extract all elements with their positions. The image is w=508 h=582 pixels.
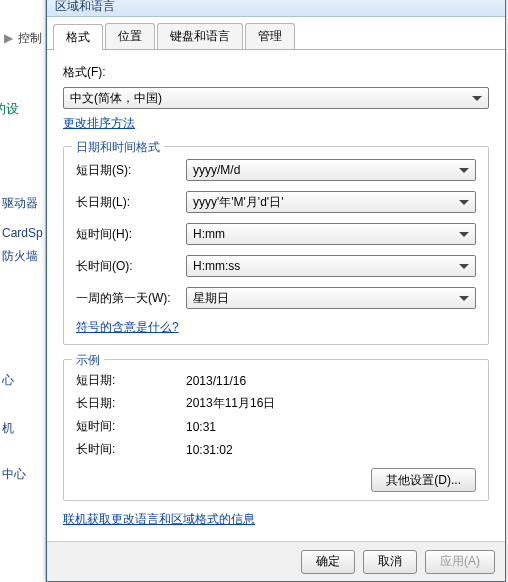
- long-date-value: yyyy'年'M'月'd'日': [193, 194, 283, 211]
- short-time-combobox[interactable]: H:mm: [186, 223, 476, 245]
- example-long-date-label: 长日期:: [76, 395, 186, 412]
- long-date-row: 长日期(L): yyyy'年'M'月'd'日': [76, 191, 476, 213]
- example-short-date-row: 短日期: 2013/11/16: [76, 372, 476, 389]
- side-link[interactable]: 中心: [2, 466, 26, 483]
- cancel-button[interactable]: 取消: [363, 550, 417, 574]
- chevron-down-icon: [459, 296, 469, 301]
- short-time-value: H:mm: [193, 227, 225, 241]
- example-short-time-row: 短时间: 10:31: [76, 418, 476, 435]
- short-time-label: 短时间(H):: [76, 226, 186, 243]
- group-title: 日期和时间格式: [72, 139, 164, 156]
- long-time-value: H:mm:ss: [193, 259, 240, 273]
- side-link[interactable]: 机: [2, 420, 14, 437]
- example-long-date-row: 长日期: 2013年11月16日: [76, 395, 476, 412]
- long-time-row: 长时间(O): H:mm:ss: [76, 255, 476, 277]
- long-date-combobox[interactable]: yyyy'年'M'月'd'日': [186, 191, 476, 213]
- other-settings-button[interactable]: 其他设置(D)...: [371, 468, 476, 492]
- chevron-down-icon: [459, 168, 469, 173]
- first-day-value: 星期日: [193, 290, 229, 307]
- short-date-label: 短日期(S):: [76, 162, 186, 179]
- side-link[interactable]: 心: [2, 372, 14, 389]
- example-short-date-label: 短日期:: [76, 372, 186, 389]
- example-long-time-label: 长时间:: [76, 441, 186, 458]
- breadcrumb[interactable]: ▶ 控制: [4, 30, 42, 47]
- example-group: 示例 短日期: 2013/11/16 长日期: 2013年11月16日 短时间:…: [63, 359, 489, 501]
- tabstrip: 格式 位置 键盘和语言 管理: [47, 17, 505, 50]
- tab-pane-format: 格式(F): 中文(简体，中国) 更改排序方法 日期和时间格式 短日期(S): …: [47, 50, 505, 538]
- background-cropped: ▶ 控制 化的设 驱动器 CardSp 防火墙 心 机 中心: [0, 0, 46, 582]
- tab-location[interactable]: 位置: [105, 23, 155, 49]
- online-region-info-link[interactable]: 联机获取更改语言和区域格式的信息: [63, 512, 255, 526]
- dialog-titlebar: 区域和语言: [47, 0, 505, 17]
- short-date-combobox[interactable]: yyyy/M/d: [186, 159, 476, 181]
- chevron-right-icon: ▶: [4, 31, 13, 45]
- chevron-down-icon: [459, 232, 469, 237]
- datetime-format-group: 日期和时间格式 短日期(S): yyyy/M/d 长日期(L): yyyy'年'…: [63, 146, 489, 345]
- format-combobox-value: 中文(简体，中国): [70, 90, 162, 107]
- chevron-down-icon: [459, 264, 469, 269]
- long-time-label: 长时间(O):: [76, 258, 186, 275]
- breadcrumb-item: 控制: [18, 31, 42, 45]
- long-time-combobox[interactable]: H:mm:ss: [186, 255, 476, 277]
- first-day-row: 一周的第一天(W): 星期日: [76, 287, 476, 309]
- dialog-footer: 确定 取消 应用(A): [47, 541, 505, 581]
- apply-button[interactable]: 应用(A): [425, 550, 495, 574]
- short-time-row: 短时间(H): H:mm: [76, 223, 476, 245]
- side-link[interactable]: 防火墙: [2, 248, 38, 265]
- first-day-combobox[interactable]: 星期日: [186, 287, 476, 309]
- long-date-label: 长日期(L):: [76, 194, 186, 211]
- example-long-time-row: 长时间: 10:31:02: [76, 441, 476, 458]
- format-combobox[interactable]: 中文(简体，中国): [63, 87, 489, 109]
- symbol-meaning-link[interactable]: 符号的含意是什么?: [76, 320, 179, 334]
- chevron-down-icon: [472, 96, 482, 101]
- chevron-down-icon: [459, 200, 469, 205]
- tab-format[interactable]: 格式: [53, 24, 103, 50]
- example-short-time-value: 10:31: [186, 420, 476, 434]
- short-date-row: 短日期(S): yyyy/M/d: [76, 159, 476, 181]
- region-language-dialog: 区域和语言 格式 位置 键盘和语言 管理 格式(F): 中文(简体，中国) 更改…: [46, 0, 506, 582]
- change-sort-link[interactable]: 更改排序方法: [63, 116, 135, 130]
- example-short-date-value: 2013/11/16: [186, 374, 476, 388]
- format-label: 格式(F):: [63, 64, 489, 81]
- example-long-date-value: 2013年11月16日: [186, 395, 476, 412]
- example-short-time-label: 短时间:: [76, 418, 186, 435]
- ok-button[interactable]: 确定: [301, 550, 355, 574]
- first-day-label: 一周的第一天(W):: [76, 290, 186, 307]
- short-date-value: yyyy/M/d: [193, 163, 240, 177]
- group-title: 示例: [72, 352, 104, 369]
- page-title-cropped: 化的设: [0, 100, 19, 118]
- tab-administrative[interactable]: 管理: [245, 23, 295, 49]
- example-long-time-value: 10:31:02: [186, 443, 476, 457]
- side-link[interactable]: CardSp: [2, 226, 43, 240]
- side-link[interactable]: 驱动器: [2, 195, 38, 212]
- tab-keyboard-language[interactable]: 键盘和语言: [157, 23, 243, 49]
